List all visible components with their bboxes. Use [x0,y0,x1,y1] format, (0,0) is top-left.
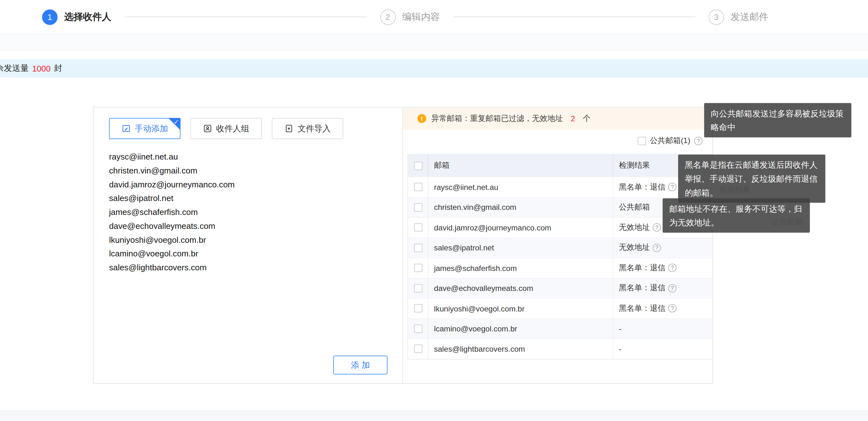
public-mailbox-checkbox[interactable] [638,137,646,145]
check-icon: ✓ [174,119,179,126]
step-2-edit-content: 2 编辑内容 [380,9,440,25]
table-row: james@schaferfish.com 黑名单：退信 ? [408,258,713,278]
stepper: 1 选择收件人 2 编辑内容 3 发送邮件 [0,0,868,34]
input-mode-tabs: 手动添加 ✓ 收件人组 文件 [109,118,343,139]
email-line: david.jamroz@journeymanco.com [109,177,385,191]
row-result-cell: 黑名单：退信 ? [614,258,713,278]
step-2-label: 编辑内容 [402,10,440,23]
step-connector [124,17,367,18]
sub-toolbar-strip [0,35,868,50]
step-2-circle: 2 [380,9,395,25]
warning-text: 异常邮箱：重复邮箱已过滤，无效地址 [431,114,563,124]
row-email: lkuniyoshi@voegol.com.br [428,299,613,318]
row-checkbox[interactable] [414,284,422,292]
result-help-icon[interactable]: ? [668,264,677,272]
step-3-send-mail: 3 发送邮件 [709,9,768,25]
tooltip-invalid-address: 邮箱地址不存在、服务不可达等，归为无效地址。 [662,199,810,233]
warning-suffix: 个 [583,114,590,124]
row-checkbox-cell [408,299,429,318]
tab-recipient-group[interactable]: 收件人组 [191,118,262,139]
recipient-selection-card: 手动添加 ✓ 收件人组 文件 [93,107,713,384]
quota-count: 1000 [32,64,50,73]
row-result: 黑名单：退信 [619,182,665,192]
row-checkbox[interactable] [414,345,422,353]
row-email: dave@echovalleymeats.com [428,278,613,298]
row-result-cell: 黑名单：退信 ? [614,278,713,298]
row-result-cell: 无效地址 ? [614,238,713,258]
row-checkbox-cell [408,198,429,217]
table-row: dave@echovalleymeats.com 黑名单：退信 ? [408,278,713,298]
quota-suffix: 封 [54,63,62,74]
email-line: sales@lightbarcovers.com [109,261,385,274]
table-row: lcamino@voegol.com.br - [408,318,713,338]
email-line: christen.vin@gmail.com [109,163,385,177]
row-checkbox[interactable] [414,203,422,211]
row-result: 黑名单：退信 [619,263,665,273]
recipient-group-icon [203,124,212,133]
row-checkbox[interactable] [414,264,422,272]
step-3-label: 发送邮件 [731,10,768,23]
row-email: sales@ipatrol.net [428,238,613,258]
row-email: james@schaferfish.com [428,258,613,278]
recipient-check-pane: ! 异常邮箱：重复邮箱已过滤，无效地址 2 个 公共邮箱(1) ? 邮箱 检测结… [403,108,713,384]
recipient-input-area[interactable]: raysc@iinet.net.au christen.vin@gmail.co… [109,150,385,274]
row-result: - [619,324,621,333]
table-row: lkuniyoshi@voegol.com.br 黑名单：退信 ? [408,298,713,319]
select-all-checkbox[interactable] [414,161,422,170]
row-result: 无效地址 [619,243,650,253]
email-line: dave@echovalleymeats.com [109,219,385,233]
row-checkbox[interactable] [414,325,422,333]
tab-file-import[interactable]: 文件导入 [272,118,343,139]
table-row: raysc@iinet.net.au 黑名单：退信 ? [408,177,713,197]
row-result: - [619,344,621,353]
file-import-icon [284,124,293,133]
header-email: 邮箱 [428,154,613,177]
row-result-cell: 黑名单：退信 ? [614,299,713,318]
result-help-icon[interactable]: ? [668,183,677,191]
step-1-label: 选择收件人 [64,10,112,23]
row-checkbox-cell [408,238,429,258]
result-help-icon[interactable]: ? [668,304,677,312]
email-line: sales@ipatrol.net [109,191,385,205]
row-checkbox[interactable] [414,244,422,252]
tab-manual-add[interactable]: 手动添加 ✓ [109,118,180,139]
manual-add-icon [122,124,130,133]
row-email: david.jamroz@journeymanco.com [428,218,613,237]
row-email: sales@lightbarcovers.com [428,339,613,359]
row-checkbox-cell [408,177,429,197]
row-checkbox[interactable] [414,223,422,232]
tab-manual-add-label: 手动添加 [135,123,168,133]
result-help-icon[interactable]: ? [653,244,661,252]
tooltip-blacklist: 黑名单是指在云邮通发送后因收件人举报、手动退订、反垃圾邮件而退信的邮箱。 [678,154,825,203]
warning-icon: ! [417,114,426,123]
result-help-icon[interactable]: ? [653,223,661,232]
table-row: sales@lightbarcovers.com - [408,338,713,359]
row-result: 公共邮箱 [619,202,650,212]
step-3-circle: 3 [709,9,724,25]
tab-file-import-label: 文件导入 [298,123,331,133]
abnormal-mailbox-warning: ! 异常邮箱：重复邮箱已过滤，无效地址 2 个 [403,108,713,130]
row-email: christen.vin@gmail.com [428,198,613,217]
quota-prefix: 余发送量 [0,63,29,74]
row-result: 黑名单：退信 [619,304,665,314]
row-checkbox-cell [408,258,429,278]
step-1-circle: 1 [42,9,58,25]
email-line: james@schaferfish.com [109,205,385,219]
row-email: raysc@iinet.net.au [428,177,613,197]
row-checkbox[interactable] [414,304,422,312]
step-1-select-recipients: 1 选择收件人 [42,9,112,25]
public-mailbox-label: 公共邮箱(1) [650,136,690,146]
row-checkbox[interactable] [414,183,422,191]
row-result-cell: - [614,339,713,359]
row-result-cell: - [614,319,713,338]
result-help-icon[interactable]: ? [668,284,677,292]
table-header-row: 邮箱 检测结果 [408,154,713,177]
row-checkbox-cell [408,218,429,237]
add-button[interactable]: 添 加 [333,356,388,375]
email-line: lkuniyoshi@voegol.com.br [109,233,385,247]
compose-wizard-page: 1 选择收件人 2 编辑内容 3 发送邮件 余发送量 1000 封 [0,0,868,421]
row-result: 无效地址 [619,222,650,233]
email-line: lcamino@voegol.com.br [109,247,385,261]
public-mailbox-help-icon[interactable]: ? [694,137,703,145]
send-quota-bar: 余发送量 1000 封 [0,59,868,78]
